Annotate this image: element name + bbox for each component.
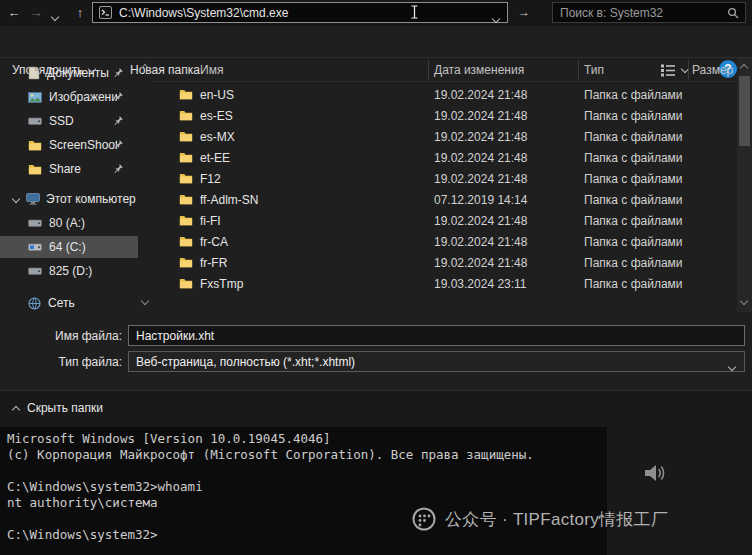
- table-row[interactable]: fi-FI 19.02.2024 21:48 Папка с файлами: [152, 210, 737, 231]
- sidebar-item-label: Этот компьютер: [46, 192, 136, 206]
- file-date: 19.02.2024 21:48: [434, 151, 527, 165]
- pin-icon: [113, 115, 124, 129]
- drive-icon: [28, 265, 42, 277]
- file-name: F12: [200, 172, 221, 186]
- column-divider[interactable]: [688, 60, 689, 80]
- scroll-down-icon[interactable]: [141, 297, 149, 305]
- sidebar-item-drive-c[interactable]: 64 (C:): [0, 236, 138, 258]
- pin-icon: [113, 67, 124, 81]
- filetype-value: Веб-страница, полностью (*.xht;*.xhtml): [136, 355, 355, 369]
- file-name: fr-FR: [200, 256, 227, 270]
- folder-icon: [179, 130, 193, 145]
- sidebar-item-label: 825 (D:): [49, 264, 92, 278]
- file-date: 19.02.2024 21:48: [434, 88, 527, 102]
- speaker-icon: [640, 459, 668, 487]
- cmd-icon: [99, 6, 112, 19]
- table-row[interactable]: ff-Adlm-SN 07.12.2019 14:14 Папка с файл…: [152, 189, 737, 210]
- search-box[interactable]: Поиск в: System32: [552, 2, 746, 23]
- back-button[interactable]: ←: [4, 2, 24, 23]
- table-row[interactable]: es-MX 19.02.2024 21:48 Папка с файлами: [152, 126, 737, 147]
- expand-chevron-icon[interactable]: [12, 195, 20, 203]
- filename-value: Настройки.xht: [136, 329, 214, 343]
- file-type: Папка с файлами: [584, 256, 683, 270]
- folder-icon: [179, 193, 193, 208]
- folder-icon: [179, 88, 193, 103]
- file-type: Папка с файлами: [584, 172, 683, 186]
- column-header-name[interactable]: Имя: [200, 63, 223, 77]
- file-name: FxsTmp: [200, 277, 243, 291]
- file-type: Папка с файлами: [584, 109, 683, 123]
- address-text: C:\Windows\System32\cmd.exe: [119, 6, 288, 20]
- cmd-console[interactable]: Microsoft Windows [Version 10.0.19045.40…: [0, 427, 752, 555]
- table-row[interactable]: fr-FR 19.02.2024 21:48 Папка с файлами: [152, 252, 737, 273]
- folder-icon: [28, 163, 42, 175]
- watermark-text: 公众号 · TIPFactory情报工厂: [445, 508, 668, 531]
- console-line: [7, 463, 707, 479]
- folder-icon: [179, 235, 193, 250]
- scroll-down-icon[interactable]: [740, 297, 748, 305]
- sidebar-scrollbar[interactable]: [140, 58, 151, 312]
- search-icon[interactable]: [727, 7, 739, 19]
- pin-icon: [113, 139, 124, 153]
- folder-icon: [179, 256, 193, 271]
- table-row[interactable]: fr-CA 19.02.2024 21:48 Папка с файлами: [152, 231, 737, 252]
- column-header-date[interactable]: Дата изменения: [434, 63, 524, 77]
- scrollbar-thumb[interactable]: [739, 76, 750, 146]
- sidebar-item-share[interactable]: Share: [0, 158, 138, 180]
- watermark: 公众号 · TIPFactory情报工厂: [412, 507, 668, 531]
- go-to-button[interactable]: →: [512, 2, 536, 23]
- file-name: ff-Adlm-SN: [200, 193, 258, 207]
- address-dropdown-chevron-icon[interactable]: [493, 11, 499, 25]
- filename-input[interactable]: Настройки.xht: [128, 325, 745, 346]
- sidebar-item-screenshoots[interactable]: ScreenShoots: [0, 134, 138, 156]
- column-divider[interactable]: [428, 60, 429, 80]
- column-header-size[interactable]: Размер: [692, 63, 734, 77]
- sidebar-item-drive-a[interactable]: 80 (A:): [0, 212, 138, 234]
- column-header-type[interactable]: Тип: [584, 63, 604, 77]
- sidebar-item-label: Документы: [47, 66, 109, 80]
- sidebar-item-network[interactable]: Сеть: [0, 292, 138, 314]
- save-dialog-window: ← → ↑ C:\Windows\System32\cmd.exe → Поис…: [0, 0, 752, 555]
- drive-icon: [28, 115, 42, 127]
- console-line: Microsoft Windows [Version 10.0.19045.40…: [7, 431, 707, 447]
- up-button[interactable]: ↑: [70, 2, 90, 23]
- file-name: es-ES: [200, 109, 233, 123]
- sidebar-item-pictures[interactable]: Изображения: [0, 86, 138, 108]
- file-date: 19.02.2024 21:48: [434, 214, 527, 228]
- scroll-up-icon[interactable]: [141, 64, 149, 72]
- file-type: Папка с файлами: [584, 151, 683, 165]
- navigation-pane: Документы Изображения SSD ScreenShoots S…: [0, 58, 152, 313]
- table-row[interactable]: FxsTmp 19.03.2024 23:11 Папка с файлами: [152, 273, 737, 294]
- filetype-select[interactable]: Веб-страница, полностью (*.xht;*.xhtml): [128, 351, 745, 372]
- recent-locations-chevron-icon[interactable]: [52, 9, 58, 23]
- file-date: 19.02.2024 21:48: [434, 256, 527, 270]
- column-headers: Имя Дата изменения Тип Размер: [152, 58, 737, 82]
- sidebar-item-label: 64 (C:): [49, 240, 86, 254]
- picture-icon: [28, 92, 42, 103]
- folder-icon: [179, 277, 193, 292]
- forward-button[interactable]: →: [26, 2, 46, 23]
- table-row[interactable]: en-US 19.02.2024 21:48 Папка с файлами: [152, 84, 737, 105]
- table-row[interactable]: es-ES 19.02.2024 21:48 Папка с файлами: [152, 105, 737, 126]
- sidebar-item-ssd[interactable]: SSD: [0, 110, 138, 132]
- address-bar[interactable]: C:\Windows\System32\cmd.exe: [92, 2, 508, 23]
- table-row[interactable]: et-EE 19.02.2024 21:48 Папка с файлами: [152, 147, 737, 168]
- file-type: Папка с файлами: [584, 193, 683, 207]
- sidebar-item-documents[interactable]: Документы: [0, 62, 138, 84]
- text-cursor: [410, 5, 419, 19]
- file-name: et-EE: [200, 151, 230, 165]
- sidebar-item-drive-d[interactable]: 825 (D:): [0, 260, 138, 282]
- sidebar-item-this-pc[interactable]: Этот компьютер: [0, 188, 138, 210]
- table-row[interactable]: F12 19.02.2024 21:48 Папка с файлами: [152, 168, 737, 189]
- file-name: fr-CA: [200, 235, 228, 249]
- sidebar-item-label: Share: [49, 162, 81, 176]
- sidebar-item-label: SSD: [49, 114, 74, 128]
- folder-icon: [28, 139, 42, 151]
- file-name: fi-FI: [200, 214, 221, 228]
- column-divider[interactable]: [578, 60, 579, 80]
- scroll-up-icon[interactable]: [740, 64, 748, 72]
- file-name: en-US: [200, 88, 234, 102]
- chevron-down-icon: [729, 359, 735, 373]
- hide-folders-button[interactable]: Скрыть папки: [13, 401, 103, 415]
- filelist-scrollbar[interactable]: [737, 58, 752, 312]
